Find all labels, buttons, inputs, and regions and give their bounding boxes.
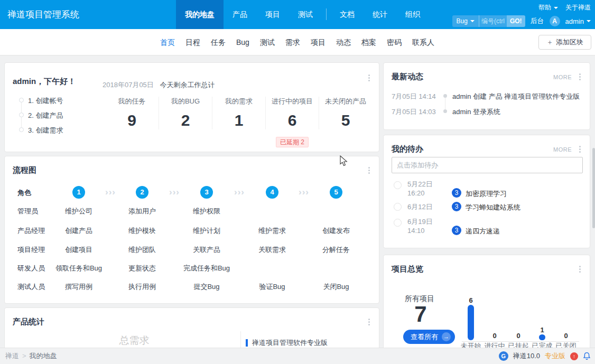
main-nav-test[interactable]: 测试 xyxy=(289,0,322,29)
stat-ongoing-projects[interactable]: 进行中的项目 6 已延期 2 xyxy=(265,97,319,129)
panel-menu-button[interactable] xyxy=(577,146,583,154)
bell-icon[interactable] xyxy=(583,352,591,360)
todo-title[interactable]: 学习蝉知建站系统 xyxy=(466,203,520,212)
main-nav-report[interactable]: 统计 xyxy=(364,0,396,29)
priority-badge: 3 xyxy=(452,202,461,211)
search-input[interactable] xyxy=(479,15,507,27)
main-nav: 我的地盘 产品 项目 测试 文档 统计 组织 xyxy=(176,0,429,29)
flow-role-header: 角色 xyxy=(17,188,31,198)
upgrade-icon[interactable]: ↑ xyxy=(570,352,578,360)
flow-task[interactable]: 关联产品 xyxy=(193,245,220,255)
chevron-down-icon xyxy=(554,7,558,9)
tab-password[interactable]: 密码 xyxy=(382,29,407,55)
flow-task[interactable]: 执行用例 xyxy=(128,282,156,292)
dynamic-text[interactable]: admin 创建 产品 禅道项目管理软件专业版 xyxy=(452,92,580,101)
tab-test[interactable]: 测试 xyxy=(255,29,280,55)
tab-home[interactable]: 首页 xyxy=(155,29,180,55)
flow-task[interactable]: 维护计划 xyxy=(193,226,220,236)
flow-task[interactable]: 关联需求 xyxy=(258,245,286,255)
flow-task[interactable]: 提交Bug xyxy=(193,282,219,292)
tutorial-step-create-product[interactable]: 2. 创建产品 xyxy=(28,111,63,120)
tutorial-dot xyxy=(19,98,24,102)
tab-bug[interactable]: Bug xyxy=(231,29,255,55)
flow-task[interactable]: 分解任务 xyxy=(322,245,350,255)
user-menu[interactable]: admin xyxy=(565,17,591,25)
flow-step-4: 4 xyxy=(266,186,278,199)
chart-legend-item[interactable]: 禅道项目管理软件专业版 xyxy=(246,338,328,348)
panel-menu-button[interactable] xyxy=(366,74,372,82)
scrollbar[interactable] xyxy=(592,148,595,228)
flow-task[interactable]: 更新状态 xyxy=(128,264,156,273)
flow-task[interactable]: 维护模块 xyxy=(128,226,156,236)
flow-task[interactable]: 创建产品 xyxy=(65,226,92,236)
stat-open-products[interactable]: 未关闭的产品 5 xyxy=(319,97,372,129)
main-nav-my-dashboard[interactable]: 我的地盘 xyxy=(176,0,224,29)
tab-profile[interactable]: 档案 xyxy=(356,29,382,55)
stat-my-bugs[interactable]: 我的BUG 2 xyxy=(159,97,212,129)
more-link[interactable]: MORE xyxy=(553,74,572,80)
add-todo-input[interactable] xyxy=(392,157,583,173)
flow-task[interactable]: 创建发布 xyxy=(322,226,350,236)
flow-task[interactable]: 创建项目 xyxy=(65,245,92,255)
tab-contacts[interactable]: 联系人 xyxy=(407,29,440,55)
search-go-button[interactable]: GO! xyxy=(507,15,525,27)
main-nav-product[interactable]: 产品 xyxy=(224,0,256,29)
todo-checkbox[interactable] xyxy=(394,181,402,189)
todo-checkbox[interactable] xyxy=(394,219,402,227)
bar-value: 6 xyxy=(459,296,482,304)
tab-story[interactable]: 需求 xyxy=(280,29,305,55)
tab-dynamic[interactable]: 动态 xyxy=(331,29,356,55)
more-link[interactable]: MORE xyxy=(553,146,572,153)
about-link[interactable]: 关于禅道 xyxy=(565,3,591,12)
avatar[interactable]: A xyxy=(550,16,560,26)
todo-date: 6月12日 xyxy=(407,202,433,211)
panel-menu-button[interactable] xyxy=(366,167,372,175)
panel-title: 最新动态 xyxy=(392,72,423,82)
main-nav-org[interactable]: 组织 xyxy=(396,0,429,29)
greeting-text: admin，下午好！ xyxy=(13,77,76,87)
dynamic-time: 7月05日 14:14 xyxy=(392,92,436,101)
panel-menu-button[interactable] xyxy=(577,73,583,81)
add-block-button[interactable]: ＋添加区块 xyxy=(538,35,591,50)
stat-my-stories[interactable]: 我的需求 1 xyxy=(212,97,265,129)
tab-calendar[interactable]: 日程 xyxy=(180,29,206,55)
all-projects-count: 7 xyxy=(405,302,436,327)
tab-project[interactable]: 项目 xyxy=(305,29,331,55)
todo-title[interactable]: 加密原理学习 xyxy=(466,189,507,199)
breadcrumb-root[interactable]: 禅道 xyxy=(5,352,19,360)
flow-task[interactable]: 添加用户 xyxy=(128,207,156,216)
tutorial-step-create-account[interactable]: 1. 创建帐号 xyxy=(28,96,63,106)
panel-title: 我的待办 xyxy=(392,144,423,154)
flow-task[interactable]: 维护公司 xyxy=(65,207,92,216)
tab-task[interactable]: 任务 xyxy=(206,29,231,55)
flow-task[interactable]: 维护需求 xyxy=(258,226,286,236)
flow-step-2: 2 xyxy=(136,186,148,199)
flow-task[interactable]: 领取任务和Bug xyxy=(55,264,102,273)
todo-checkbox[interactable] xyxy=(394,203,402,211)
tutorial-step-create-story[interactable]: 3. 创建需求 xyxy=(28,126,63,135)
main-nav-doc[interactable]: 文档 xyxy=(331,0,364,29)
version-label[interactable]: 禅道10.0 xyxy=(513,351,540,361)
dynamic-text[interactable]: admin 登录系统 xyxy=(452,107,500,117)
flow-task[interactable]: 完成任务和Bug xyxy=(183,264,230,273)
view-all-button[interactable]: 查看所有 → xyxy=(403,330,455,344)
stat-my-tasks[interactable]: 我的任务 9 xyxy=(105,97,159,129)
flow-task[interactable]: 维护团队 xyxy=(128,245,156,255)
flow-task[interactable]: 撰写用例 xyxy=(65,282,92,292)
nav-divider xyxy=(326,8,327,20)
summary-label: 今天剩余工作总计 xyxy=(160,81,215,89)
bar-value: 0 xyxy=(507,332,530,340)
backend-link[interactable]: 后台 xyxy=(531,16,544,26)
help-menu[interactable]: 帮助 xyxy=(538,3,558,12)
search-type-select[interactable]: Bug xyxy=(452,15,479,27)
panel-menu-button[interactable] xyxy=(366,319,372,326)
top-bar: 禅道项目管理系统 我的地盘 产品 项目 测试 文档 统计 组织 帮助 关于禅道 … xyxy=(0,0,595,29)
edition-label[interactable]: 专业版 xyxy=(545,351,565,361)
todo-title[interactable]: 递四方速递 xyxy=(466,227,500,236)
legend-mark xyxy=(246,339,248,347)
flow-task[interactable]: 关闭Bug xyxy=(323,282,349,292)
main-nav-project[interactable]: 项目 xyxy=(256,0,289,29)
app-title: 禅道项目管理系统 xyxy=(7,0,79,29)
flow-task[interactable]: 维护权限 xyxy=(193,207,220,216)
flow-task[interactable]: 验证Bug xyxy=(259,282,285,292)
